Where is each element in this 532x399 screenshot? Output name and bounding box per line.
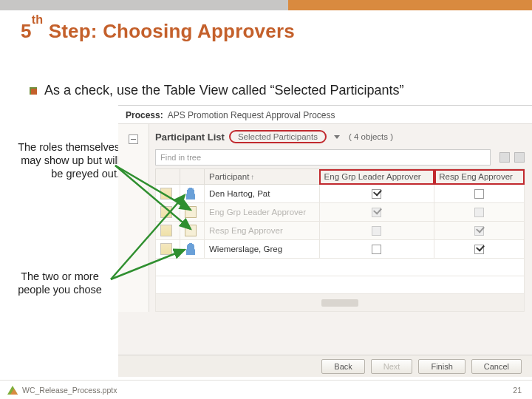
col-eng-grp-leader[interactable]: Eng Grp Leader Approver xyxy=(319,169,434,185)
checkbox xyxy=(474,226,484,236)
checkbox[interactable] xyxy=(474,245,484,254)
role-icon xyxy=(185,225,197,236)
bullet-icon xyxy=(30,87,37,95)
participant-name: Wiemerslage, Greg xyxy=(205,240,320,259)
checkbox xyxy=(474,208,484,217)
panel-title: Participant List xyxy=(155,132,225,143)
role-icon xyxy=(185,206,197,218)
table-row xyxy=(156,259,525,276)
slide-title: 5th Step: Choosing Approvers xyxy=(21,19,295,43)
table-row xyxy=(156,276,525,294)
participant-name: Eng Grp Leader Approver xyxy=(205,203,320,222)
panel-gutter xyxy=(118,124,149,312)
col-participant[interactable]: Participant↑ xyxy=(205,169,320,185)
participant-name: Resp Eng Approver xyxy=(205,222,320,240)
table-row: Resp Eng Approver xyxy=(156,222,525,240)
col-resp-eng[interactable]: Resp Eng Approver xyxy=(434,169,525,185)
logo-icon xyxy=(7,386,18,395)
horizontal-scrollbar xyxy=(156,294,525,312)
slide-footer: WC_Release_Process.pptx 21 xyxy=(0,380,532,399)
bullet-line: As a check, use the Table View called “S… xyxy=(30,83,404,98)
row-type-icon xyxy=(160,243,172,255)
view-selector[interactable]: Selected Participants xyxy=(229,130,327,143)
process-header: Process: APS Promotion Request Approval … xyxy=(118,106,532,124)
person-icon xyxy=(185,243,197,255)
checkbox[interactable] xyxy=(372,189,381,199)
participants-table: Participant↑ Eng Grp Leader Approver Res… xyxy=(155,168,525,312)
row-type-icon xyxy=(160,188,172,200)
row-type-icon xyxy=(160,225,172,236)
participant-name: Den Hartog, Pat xyxy=(205,185,320,203)
checkbox[interactable] xyxy=(372,245,381,254)
table-row: Den Hartog, Pat xyxy=(156,185,525,203)
next-button[interactable]: Next xyxy=(371,359,413,374)
wizard-buttons: Back Next Finish Cancel xyxy=(118,355,532,377)
checkbox xyxy=(372,208,381,217)
person-icon xyxy=(185,188,197,200)
sort-asc-icon: ↑ xyxy=(250,173,254,181)
object-count: ( 4 objects ) xyxy=(349,132,393,141)
chevron-down-icon[interactable] xyxy=(334,135,340,139)
toolbar-icons xyxy=(499,152,525,163)
app-screenshot: Process: APS Promotion Request Approval … xyxy=(118,105,532,355)
table-row: Eng Grp Leader Approver xyxy=(156,203,525,222)
finish-button[interactable]: Finish xyxy=(418,359,465,374)
footer-logo: WC_Release_Process.pptx xyxy=(7,386,117,395)
collapse-toggle-icon[interactable] xyxy=(129,134,138,144)
cancel-button[interactable]: Cancel xyxy=(471,359,522,374)
annotation-roles-greyed: The roles themselves may show up but wil… xyxy=(7,140,126,180)
checkbox xyxy=(372,226,381,236)
annotation-people-chosen: The two or more people you chose xyxy=(4,270,121,296)
table-row: Wiemerslage, Greg xyxy=(156,240,525,259)
checkbox[interactable] xyxy=(474,189,484,199)
page-number: 21 xyxy=(513,386,522,395)
find-in-tree-input[interactable]: Find in tree xyxy=(155,149,491,166)
row-type-icon xyxy=(160,206,172,218)
back-button[interactable]: Back xyxy=(321,359,364,374)
footer-filename: WC_Release_Process.pptx xyxy=(22,386,117,395)
filter-icon[interactable] xyxy=(514,152,525,163)
filter-icon[interactable] xyxy=(499,152,510,163)
slide-top-accent xyxy=(0,0,532,10)
